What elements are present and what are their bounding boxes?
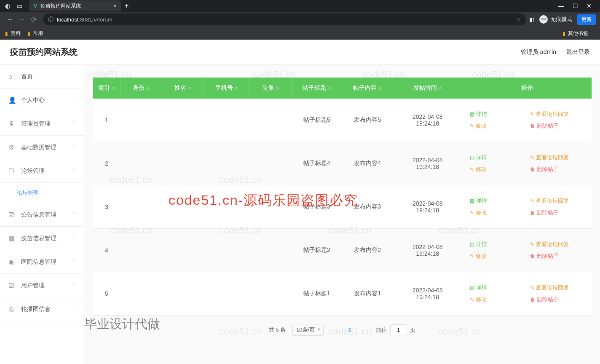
sidebar-subitem[interactable]: 论坛管理 [0,183,84,203]
forward-button[interactable]: → [16,13,28,25]
cell-identity [121,229,162,272]
cell-index: 1 [93,99,121,142]
sidebar-item[interactable]: 🎙 管理员管理 ˅ [0,112,84,136]
sidebar-item[interactable]: ◉ 医院信息管理 ˅ [0,250,84,274]
view-reply-button[interactable]: ✎查看论坛回复 [530,241,584,248]
sort-icon: ◇ [276,86,279,91]
logout-link[interactable]: 退出登录 [566,48,590,56]
edit-button[interactable]: ✎修改 [470,209,524,217]
bookmark-folder[interactable]: ▮ 常用 [27,30,43,37]
detail-button[interactable]: ▤详情 [470,197,524,205]
cell-avatar [250,185,292,229]
page-size-select[interactable]: 10条/页 [292,324,324,336]
update-button[interactable]: 更新 [577,14,596,25]
cell-identity [121,142,162,185]
edit-button[interactable]: ✎修改 [470,122,524,130]
sidebar-item[interactable]: ⌂ 首页 [0,65,84,88]
trash-icon: 🗑 [530,166,535,172]
sidebar-item[interactable]: ☐ 论坛管理 ˄ [0,159,84,183]
sort-icon: ◇ [328,86,331,91]
edit-button[interactable]: ✎修改 [470,252,524,260]
view-reply-button[interactable]: ✎查看论坛回复 [530,197,584,205]
cell-time: 2022-04-0819:24:18 [393,185,462,229]
trash-icon: 🗑 [530,253,535,259]
chevron-down-icon: ˅ [73,121,75,127]
sidebar-item[interactable]: ◎ 轮播图信息 ˅ [0,297,84,321]
sidebar-item[interactable]: ⚙ 基础数据管理 ˅ [0,136,84,159]
detail-button[interactable]: ▤详情 [470,284,524,292]
edit-button[interactable]: ✎修改 [470,166,524,173]
column-header[interactable]: 操作 [462,78,592,99]
sort-icon: ◇ [112,86,115,91]
close-window-button[interactable]: ✕ [587,3,592,9]
url-host: localhost [57,16,78,23]
column-header[interactable]: 头像◇ [250,78,292,99]
next-page-button[interactable]: › [357,324,369,336]
new-tab-button[interactable]: + [125,2,129,10]
sidebar-item[interactable]: ☑ 公告信息管理 ˅ [0,203,84,227]
maximize-button[interactable]: ☐ [573,3,578,9]
chevron-up-icon: ˄ [73,168,75,174]
minimize-button[interactable]: — [558,3,564,9]
delete-button[interactable]: 🗑删除帖子 [530,252,584,260]
menu-label: 个人中心 [21,96,73,104]
menu-icon: ☑ [8,282,17,289]
cell-name [162,272,204,316]
cell-phone [204,272,250,316]
app-root: 疫苗预约网站系统 管理员 admin 退出登录 ⌂ 首页 👤 个人中心 ˅🎙 管… [0,40,600,364]
menu-label: 轮播图信息 [21,305,73,313]
view-reply-button[interactable]: ✎查看论坛回复 [530,110,584,118]
cell-title: 帖子标题5 [291,99,342,142]
reload-button[interactable]: ⟳ [28,13,40,25]
edit-button[interactable]: ✎修改 [470,296,524,303]
column-header[interactable]: 帖子标题◇ [291,78,342,99]
app-icon: ▭ [15,2,24,10]
cell-content: 发布内容1 [342,272,393,316]
sort-icon: ◇ [188,86,191,91]
column-header[interactable]: 姓名◇ [162,78,204,99]
sidebar: ⌂ 首页 👤 个人中心 ˅🎙 管理员管理 ˅⚙ 基础数据管理 ˅☐ 论坛管理 ˄… [0,65,84,364]
other-bookmarks[interactable]: ▮ 其他书签 [562,30,588,37]
sidebar-item[interactable]: ☑ 用户管理 ˅ [0,274,84,297]
chevron-down-icon: ˅ [73,283,75,289]
url-input[interactable]: ⓘ localhost :8081/#/forum ☆ [43,13,526,25]
column-header[interactable]: 身份◇ [121,78,162,99]
column-header[interactable]: 发帖时间◇ [393,78,462,99]
prev-page-button[interactable]: ‹ [330,324,342,336]
cell-time: 2022-04-0819:24:18 [393,272,462,316]
view-reply-button[interactable]: ✎查看论坛回复 [530,284,584,292]
tab-close-button[interactable]: × [113,3,116,9]
cell-name [162,142,204,185]
sidebar-item[interactable]: 👤 个人中心 ˅ [0,88,84,112]
cell-avatar [250,99,292,142]
page-number[interactable]: 1 [344,324,356,336]
browser-tab[interactable]: V 疫苗预约网站系统 × [29,0,121,11]
column-header[interactable]: 手机号◇ [204,78,250,99]
goto-page-input[interactable] [390,324,407,335]
column-header[interactable]: 帖子内容◇ [342,78,393,99]
view-reply-button[interactable]: ✎查看论坛回复 [530,154,584,161]
browser-chrome: ◐ ▭ V 疫苗预约网站系统 × + — ☐ ✕ ← → ⟳ ⓘ localho… [0,0,600,40]
sort-icon: ◇ [146,86,150,91]
extensions-icon[interactable]: ◧ [529,16,534,23]
menu-icon: 🎙 [8,120,17,127]
sidebar-item[interactable]: ▦ 疫苗信息管理 ˅ [0,227,84,250]
menu-icon: ⚙ [8,144,17,151]
back-button[interactable]: ← [4,13,16,25]
chevron-down-icon: ˅ [73,212,75,218]
bookmark-folder[interactable]: ▮ 资料 [5,30,21,37]
cell-content: 发布内容2 [342,229,393,272]
bookmark-star-icon[interactable]: ☆ [516,16,521,23]
main-content: code51.cn code51.cn code51.cn code51.cn … [84,65,600,364]
document-icon: ▤ [470,111,474,117]
detail-button[interactable]: ▤详情 [470,110,524,118]
delete-button[interactable]: 🗑删除帖子 [530,166,584,173]
delete-button[interactable]: 🗑删除帖子 [530,296,584,303]
detail-button[interactable]: ▤详情 [470,154,524,161]
delete-button[interactable]: 🗑删除帖子 [530,122,584,130]
menu-icon: 👤 [8,96,17,104]
detail-button[interactable]: ▤详情 [470,241,524,248]
app-title: 疫苗预约网站系统 [10,46,78,58]
column-header[interactable]: 索引◇ [93,78,121,99]
delete-button[interactable]: 🗑删除帖子 [530,209,584,217]
